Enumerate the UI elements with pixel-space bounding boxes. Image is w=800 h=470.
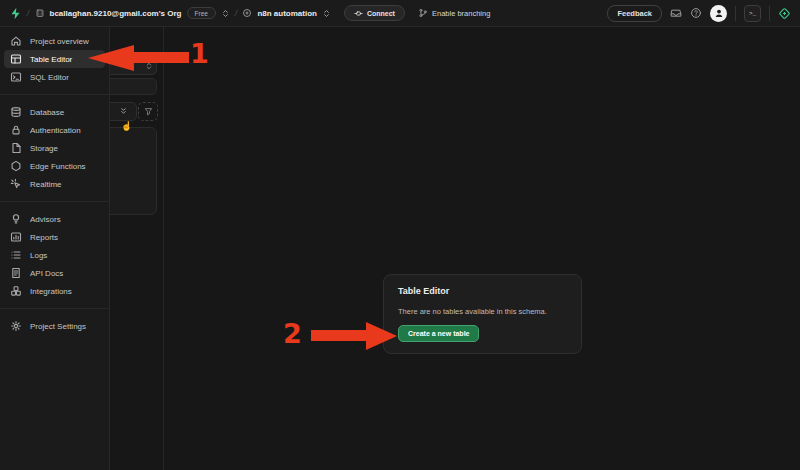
empty-state-title: Table Editor	[398, 286, 567, 296]
plug-icon	[354, 9, 363, 18]
help-icon[interactable]	[690, 7, 702, 19]
empty-state-message: There are no tables available in this sc…	[398, 307, 567, 316]
home-icon	[10, 35, 22, 47]
supabase-dashboard: / bcallaghan.9210@gmail.com's Org Free /…	[0, 0, 800, 470]
sidebar-item-label: Integrations	[30, 287, 72, 296]
org-icon	[35, 8, 45, 18]
sidebar-item-label: Reports	[30, 233, 58, 242]
filter-button[interactable]	[138, 102, 158, 121]
list-icon	[10, 249, 22, 261]
lock-icon	[10, 124, 22, 136]
header-right-group: Feedback >_	[607, 5, 791, 22]
project-icon	[242, 8, 252, 18]
org-breadcrumb[interactable]: bcallaghan.9210@gmail.com's Org	[50, 9, 182, 18]
gear-icon	[10, 320, 22, 332]
git-branch-icon	[418, 8, 428, 18]
sidebar-item-database[interactable]: Database	[4, 103, 105, 121]
annotation-step-2: 2	[283, 320, 302, 347]
sidebar-item-logs[interactable]: Logs	[4, 246, 105, 264]
sidebar-item-label: Database	[30, 108, 64, 117]
ai-assistant-diamond-icon[interactable]	[778, 7, 791, 20]
supabase-bolt-icon[interactable]	[9, 7, 22, 20]
blocks-icon	[10, 285, 22, 297]
sidebar-item-label: Table Editor	[30, 55, 72, 64]
database-icon	[10, 106, 22, 118]
annotation-arrow-2-head	[366, 322, 397, 350]
connect-button-label: Connect	[367, 10, 395, 17]
sidebar-item-storage[interactable]: Storage	[4, 139, 105, 157]
plan-badge: Free	[187, 7, 216, 19]
sidebar-item-authentication[interactable]: Authentication	[4, 121, 105, 139]
lightbulb-icon	[10, 213, 22, 225]
hand-cursor-icon: ☝	[121, 121, 132, 131]
create-new-table-button[interactable]: Create a new table	[398, 325, 479, 342]
enable-branching-button[interactable]: Enable branching	[418, 8, 490, 18]
sidebar-item-label: Project overview	[30, 37, 89, 46]
chevrons-up-down-icon[interactable]	[322, 9, 331, 18]
sidebar-item-advisors[interactable]: Advisors	[4, 210, 105, 228]
sidebar-item-label: Logs	[30, 251, 47, 260]
nav-divider	[0, 201, 109, 202]
sidebar-item-api-docs[interactable]: API Docs	[4, 264, 105, 282]
sidebar-item-label: Storage	[30, 144, 58, 153]
nav-divider	[0, 308, 109, 309]
sidebar-item-label: Realtime	[30, 180, 62, 189]
header-divider	[769, 6, 770, 21]
sidebar-item-project-settings[interactable]: Project Settings	[4, 317, 105, 335]
project-breadcrumb[interactable]: n8n automation	[257, 9, 317, 18]
inbox-icon[interactable]	[670, 7, 682, 19]
filter-funnel-icon	[144, 107, 153, 116]
breadcrumb-separator: /	[234, 8, 239, 18]
table-icon	[10, 53, 22, 65]
hexagon-icon	[10, 160, 22, 172]
header-divider	[735, 6, 736, 21]
sidebar-item-label: Edge Functions	[30, 162, 86, 171]
sidebar-item-label: SQL Editor	[30, 73, 69, 82]
annotation-arrow-2-shaft	[311, 330, 368, 341]
enable-branching-label: Enable branching	[432, 9, 490, 18]
chart-icon	[10, 231, 22, 243]
annotation-arrow-1-head	[88, 45, 134, 71]
sidebar-item-label: Project Settings	[30, 322, 86, 331]
feedback-button[interactable]: Feedback	[607, 5, 662, 22]
empty-state-card: Table Editor There are no tables availab…	[383, 274, 582, 354]
doc-icon	[10, 267, 22, 279]
top-header: / bcallaghan.9210@gmail.com's Org Free /…	[0, 0, 800, 27]
avatar[interactable]	[710, 5, 727, 22]
annotation-arrow-1-shaft	[132, 52, 189, 63]
sidebar-item-realtime[interactable]: Realtime	[4, 175, 105, 193]
realtime-icon	[10, 178, 22, 190]
file-icon	[10, 142, 22, 154]
sidebar-item-label: API Docs	[30, 269, 63, 278]
sql-icon	[10, 71, 22, 83]
sidebar-item-integrations[interactable]: Integrations	[4, 282, 105, 300]
annotation-step-1: 1	[190, 40, 209, 67]
sidebar-item-label: Authentication	[30, 126, 81, 135]
sidebar-item-label: Advisors	[30, 215, 61, 224]
sidebar-item-reports[interactable]: Reports	[4, 228, 105, 246]
nav-divider	[0, 94, 109, 95]
sidebar-item-edge-functions[interactable]: Edge Functions	[4, 157, 105, 175]
chevrons-down-icon	[119, 106, 128, 116]
connect-button[interactable]: Connect	[344, 5, 405, 21]
terminal-button[interactable]: >_	[744, 5, 761, 22]
breadcrumb-separator: /	[26, 8, 31, 18]
chevrons-up-down-icon[interactable]	[221, 9, 230, 18]
nav-sidebar: Project overviewTable EditorSQL EditorDa…	[0, 26, 110, 470]
